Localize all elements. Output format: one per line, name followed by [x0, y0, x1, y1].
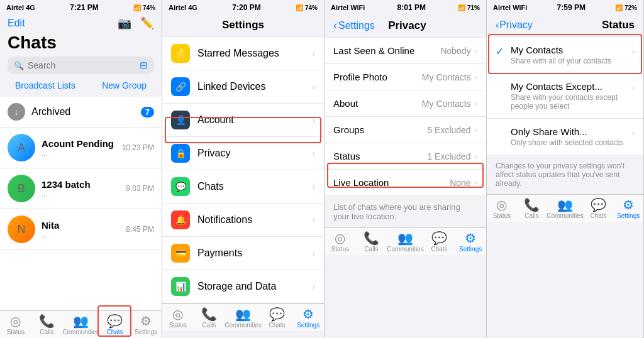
starred-icon: ⭐ [171, 44, 190, 63]
status-info-text: Changes to your privacy settings won't a… [487, 155, 643, 194]
archived-row[interactable]: ↓ Archived 7 [0, 97, 162, 128]
back-to-privacy-button[interactable]: ‹ Privacy [496, 19, 533, 31]
groups-value: 5 Excluded [427, 125, 470, 135]
except-chevron: › [632, 83, 635, 92]
privacy-status[interactable]: Status 1 Excluded › [325, 143, 486, 170]
nav-communities-1[interactable]: 👥 Communities [62, 315, 99, 335]
settings-item-linked[interactable]: 🔗 Linked Devices › [162, 70, 324, 104]
nav-chats-2[interactable]: 💬 Chats [262, 308, 293, 329]
settings-item-payments[interactable]: 💳 Payments › [162, 237, 324, 270]
nav-calls-4[interactable]: 📞 Calls [517, 199, 547, 219]
nav-chats-3[interactable]: 💬 Chats [424, 232, 455, 253]
status-option-my-contacts[interactable]: ✓ My Contacts Share with all of your con… [487, 37, 643, 74]
privacy-profile-photo[interactable]: Profile Photo My Contacts › [325, 64, 486, 90]
my-contacts-except-title: My Contacts Except... [511, 81, 632, 92]
nav-chats-4[interactable]: 💬 Chats [584, 199, 614, 219]
search-bar: 🔍 ⊟ [8, 57, 154, 74]
filter-icon[interactable]: ⊟ [140, 60, 148, 71]
privacy-groups[interactable]: Groups 5 Excluded › [325, 117, 486, 143]
settings-item-storage[interactable]: 📊 Storage and Data › [162, 270, 324, 303]
my-contacts-content: My Contacts Share with all of your conta… [511, 45, 632, 65]
compose-icon[interactable]: ✏️ [140, 16, 154, 30]
nav-calls-2[interactable]: 📞 Calls [194, 308, 225, 329]
settings-item-notifications[interactable]: 🔔 Notifications › [162, 204, 324, 237]
settings-item-chats[interactable]: 💬 Chats › [162, 170, 324, 204]
chat-meta-3: 8:45 PM [126, 225, 154, 234]
groups-label: Groups [333, 124, 427, 135]
settings-item-starred[interactable]: ⭐ Starred Messages › [162, 37, 324, 70]
chat-item-1[interactable]: A Acount Pending ... 10:23 PM [0, 128, 162, 168]
communities-nav-icon-1: 👥 [73, 315, 89, 327]
only-share-content: Only Share With... Only share with selec… [511, 126, 632, 147]
broadcast-lists-link[interactable]: Broadcast Lists [15, 80, 75, 90]
settings-item-account[interactable]: 👤 Account › [162, 104, 324, 137]
chat-item-3[interactable]: N Nita ... 8:45 PM [0, 209, 162, 250]
storage-chevron: › [312, 281, 315, 292]
chat-time-1: 10:23 PM [122, 143, 154, 152]
chats-header: Edit 📷 ✏️ Chats 🔍 ⊟ Broadcast Lists New … [0, 14, 162, 97]
battery-icons-2: 📶 74% [296, 4, 318, 11]
nav-chats-1[interactable]: 💬 Chats [99, 315, 131, 335]
privacy-last-seen[interactable]: Last Seen & Online Nobody › [325, 38, 486, 64]
privacy-live-location[interactable]: Live Location None › [325, 170, 486, 196]
bottom-nav-2: ◎ Status 📞 Calls 👥 Communities 💬 Chats ⚙… [162, 303, 324, 331]
settings-item-privacy[interactable]: 🔒 Privacy › [162, 137, 324, 170]
status-bar-3: Airtel WiFi 8:01 PM 📶 71% [325, 0, 486, 14]
settings-nav-icon-1: ⚙ [140, 315, 152, 327]
live-location-value: None [450, 178, 470, 188]
back-label-4: Privacy [499, 19, 532, 31]
communities-nav-icon-4: 👥 [557, 199, 573, 211]
account-icon: 👤 [171, 111, 190, 129]
nav-status-3[interactable]: ◎ Status [325, 232, 356, 253]
chat-msg-2: ... [42, 190, 119, 199]
chat-name-2: 1234 batch [42, 179, 119, 190]
about-chevron: › [475, 99, 477, 108]
notifications-icon: 🔔 [171, 210, 190, 229]
last-seen-label: Last Seen & Online [333, 45, 440, 56]
privacy-label: Privacy [197, 148, 304, 159]
nav-status-4[interactable]: ◎ Status [487, 199, 517, 219]
search-input[interactable] [28, 60, 136, 70]
nav-communities-2[interactable]: 👥 Communities [225, 308, 261, 329]
storage-icon: 📊 [171, 277, 190, 296]
privacy-chevron: › [312, 148, 315, 158]
privacy-footer: List of chats where you are sharing your… [325, 196, 486, 227]
chats-chevron: › [312, 182, 315, 192]
profile-photo-label: Profile Photo [333, 72, 422, 82]
nav-settings-4[interactable]: ⚙ Settings [613, 199, 643, 219]
status-chevron: › [475, 151, 477, 161]
status-options-list: ✓ My Contacts Share with all of your con… [487, 36, 643, 155]
nav-calls-3[interactable]: 📞 Calls [356, 232, 387, 253]
camera-icon[interactable]: 📷 [118, 16, 131, 30]
nav-settings-3[interactable]: ⚙ Settings [455, 232, 486, 253]
nav-status-1[interactable]: ◎ Status [0, 315, 31, 335]
nav-calls-1[interactable]: 📞 Calls [31, 315, 63, 335]
chats-nav-icon-1: 💬 [107, 315, 123, 327]
time-3: 8:01 PM [397, 3, 426, 12]
edit-button[interactable]: Edit [8, 18, 25, 29]
chat-item-2[interactable]: B 1234 batch ... 9:03 PM [0, 168, 162, 209]
bottom-nav-3: ◎ Status 📞 Calls 👥 Communities 💬 Chats ⚙… [325, 227, 486, 255]
new-group-link[interactable]: New Group [102, 80, 147, 90]
my-contacts-desc: Share with all of your contacts [511, 57, 632, 65]
nav-settings-2[interactable]: ⚙ Settings [292, 308, 324, 329]
chat-info-2: 1234 batch ... [42, 179, 119, 199]
nav-status-2[interactable]: ◎ Status [162, 308, 194, 329]
privacy-about[interactable]: About My Contacts › [325, 90, 486, 117]
status-page-title: Status [602, 19, 635, 31]
archived-icon: ↓ [8, 103, 25, 121]
back-to-settings-button[interactable]: ‹ Settings [333, 19, 375, 32]
bottom-nav-1: ◎ Status 📞 Calls 👥 Communities 💬 Chats ⚙… [0, 310, 162, 338]
chats-nav-icon-4: 💬 [591, 199, 606, 211]
chats-icon: 💬 [171, 177, 190, 196]
status-option-only-share[interactable]: ✓ Only Share With... Only share with sel… [487, 119, 643, 155]
nav-communities-3[interactable]: 👥 Communities [387, 232, 423, 253]
nav-settings-1[interactable]: ⚙ Settings [130, 315, 162, 335]
status-nav-icon-4: ◎ [496, 199, 507, 211]
back-chevron-4: ‹ [496, 19, 499, 31]
status-option-my-contacts-except[interactable]: ✓ My Contacts Except... Share with your … [487, 74, 643, 119]
archived-count: 7 [141, 107, 154, 117]
settings-nav-icon-4: ⚙ [623, 199, 634, 211]
nav-communities-4[interactable]: 👥 Communities [547, 199, 583, 219]
live-location-label: Live Location [333, 177, 450, 188]
